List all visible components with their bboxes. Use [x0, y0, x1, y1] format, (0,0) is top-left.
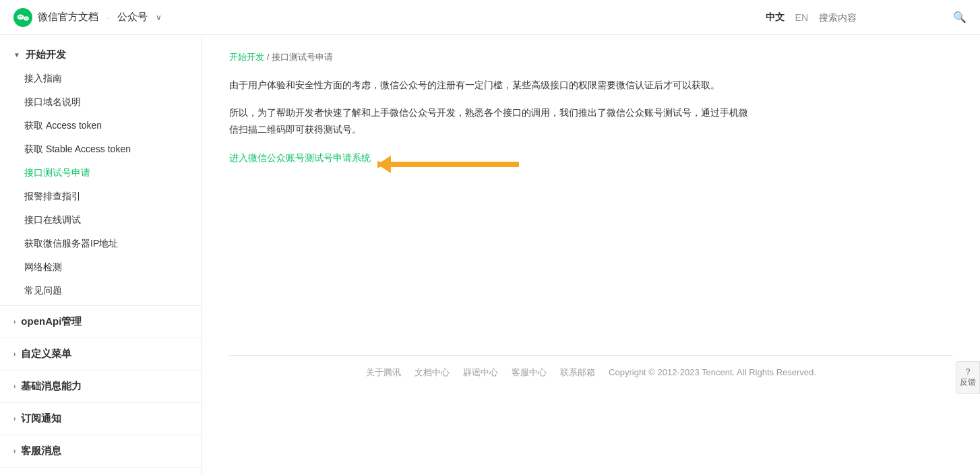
- footer-copyright: Copyright © 2012-2023 Tencent. All Right…: [609, 367, 816, 377]
- sidebar-item-get-access-token[interactable]: 获取 Access token: [0, 114, 202, 137]
- sidebar-section-openapi[interactable]: › openApi管理: [0, 309, 202, 335]
- header: 微信官方文档 · 公众号 ∨ 中文 EN 🔍: [0, 0, 980, 35]
- svg-point-6: [26, 18, 27, 18]
- main-content: 开始开发 / 接口测试号申请 由于用户体验和安全性方面的考虑，微信公众号的注册有…: [202, 35, 980, 475]
- sidebar-section-subscribe-label: 订阅通知: [21, 412, 61, 425]
- svg-marker-9: [377, 156, 391, 173]
- chevron-right-icon-2: ›: [13, 350, 16, 358]
- main-layout: ▼ 开始开发 接入指南 接口域名说明 获取 Access token 获取 St…: [0, 35, 980, 475]
- sidebar-section-custom-menu[interactable]: › 自定义菜单: [0, 341, 202, 367]
- footer-about[interactable]: 关于腾讯: [366, 367, 401, 379]
- sidebar-section-basic-msg-label: 基础消息能力: [21, 380, 82, 393]
- sidebar-divider-1: [0, 305, 202, 306]
- sidebar-section-customer-service-label: 客服消息: [21, 445, 61, 457]
- test-account-link[interactable]: 进入微信公众账号测试号申请系统: [229, 152, 371, 163]
- sidebar-section-custom-menu-label: 自定义菜单: [21, 348, 71, 360]
- content-area: 开始开发 / 接口测试号申请 由于用户体验和安全性方面的考虑，微信公众号的注册有…: [202, 35, 980, 475]
- sidebar-section-openapi-label: openApi管理: [21, 315, 82, 328]
- sidebar-section-label: 开始开发: [26, 49, 66, 61]
- link-with-arrow: 进入微信公众账号测试号申请系统: [229, 150, 371, 166]
- footer-rumor[interactable]: 辟谣中心: [463, 367, 498, 379]
- content-body: 由于用户体验和安全性方面的考虑，微信公众号的注册有一定门槛，某些高级接口的权限需…: [229, 77, 755, 166]
- feedback-button[interactable]: ? 反馈: [956, 361, 980, 394]
- breadcrumb: 开始开发 / 接口测试号申请: [229, 51, 953, 63]
- nav-chevron-icon[interactable]: ∨: [156, 13, 162, 22]
- feedback-label: 反馈: [959, 377, 977, 388]
- sidebar-item-interface-test[interactable]: 接口测试号申请: [0, 161, 202, 185]
- footer-service[interactable]: 客服中心: [512, 367, 547, 379]
- sidebar-section-start-dev[interactable]: ▼ 开始开发: [0, 43, 202, 67]
- sidebar-section-customer-service[interactable]: › 客服消息: [0, 438, 202, 464]
- feedback-question: ?: [959, 367, 977, 377]
- sidebar-item-access-guide[interactable]: 接入指南: [0, 67, 202, 90]
- sidebar-divider-4: [0, 402, 202, 403]
- breadcrumb-separator: /: [267, 52, 272, 62]
- svg-point-2: [24, 16, 29, 20]
- header-nav-text: 公众号: [117, 11, 148, 24]
- svg-point-5: [25, 18, 26, 18]
- sidebar-divider-6: [0, 467, 202, 468]
- chevron-right-icon-3: ›: [13, 383, 16, 390]
- search-input[interactable]: [819, 12, 937, 23]
- sidebar-divider-5: [0, 435, 202, 435]
- sidebar-section-subscribe-notify[interactable]: › 订阅通知: [0, 406, 202, 432]
- wechat-icon: [13, 8, 32, 27]
- sidebar-item-get-ip[interactable]: 获取微信服务器IP地址: [0, 232, 202, 255]
- sidebar-section-wechat-web[interactable]: › 微信网页开发: [0, 470, 202, 475]
- sidebar: ▼ 开始开发 接入指南 接口域名说明 获取 Access token 获取 St…: [0, 35, 202, 475]
- footer-docs[interactable]: 文档中心: [415, 367, 450, 379]
- sidebar-item-domain-desc[interactable]: 接口域名说明: [0, 90, 202, 114]
- lang-zh-button[interactable]: 中文: [766, 11, 785, 24]
- footer: 关于腾讯 文档中心 辟谣中心 客服中心 联系邮箱 Copyright © 201…: [229, 355, 953, 389]
- sidebar-section-basic-msg[interactable]: › 基础消息能力: [0, 373, 202, 400]
- sidebar-item-network-check[interactable]: 网络检测: [0, 255, 202, 279]
- svg-point-4: [21, 16, 22, 18]
- svg-point-3: [19, 16, 20, 18]
- sidebar-item-alert-guide[interactable]: 报警排查指引: [0, 185, 202, 208]
- chevron-right-icon-4: ›: [13, 415, 16, 422]
- logo[interactable]: 微信官方文档 · 公众号 ∨: [13, 8, 162, 27]
- header-separator: ·: [106, 11, 109, 23]
- search-icon[interactable]: 🔍: [953, 11, 967, 24]
- content-paragraph-2: 所以，为了帮助开发者快速了解和上手微信公众号开发，熟悉各个接口的调用，我们推出了…: [229, 104, 755, 138]
- breadcrumb-current: 接口测试号申请: [272, 52, 333, 62]
- breadcrumb-parent-link[interactable]: 开始开发: [229, 52, 264, 62]
- chevron-down-icon: ▼: [13, 51, 20, 59]
- sidebar-divider-3: [0, 370, 202, 371]
- svg-point-1: [18, 14, 24, 20]
- sidebar-item-online-debug[interactable]: 接口在线调试: [0, 208, 202, 232]
- content-paragraph-1: 由于用户体验和安全性方面的考虑，微信公众号的注册有一定门槛，某些高级接口的权限需…: [229, 77, 755, 94]
- sidebar-divider-2: [0, 338, 202, 338]
- chevron-right-icon-5: ›: [13, 447, 16, 455]
- logo-text: 微信官方文档: [38, 11, 98, 24]
- arrow-decoration: [377, 137, 526, 188]
- sidebar-section-start-dev-items: 接入指南 接口域名说明 获取 Access token 获取 Stable Ac…: [0, 67, 202, 303]
- sidebar-item-faq[interactable]: 常见问题: [0, 279, 202, 303]
- header-right: 中文 EN 🔍: [766, 11, 967, 24]
- chevron-right-icon: ›: [13, 318, 16, 325]
- sidebar-item-get-stable-access-token[interactable]: 获取 Stable Access token: [0, 137, 202, 161]
- footer-email[interactable]: 联系邮箱: [560, 367, 595, 379]
- lang-en-button[interactable]: EN: [795, 12, 808, 23]
